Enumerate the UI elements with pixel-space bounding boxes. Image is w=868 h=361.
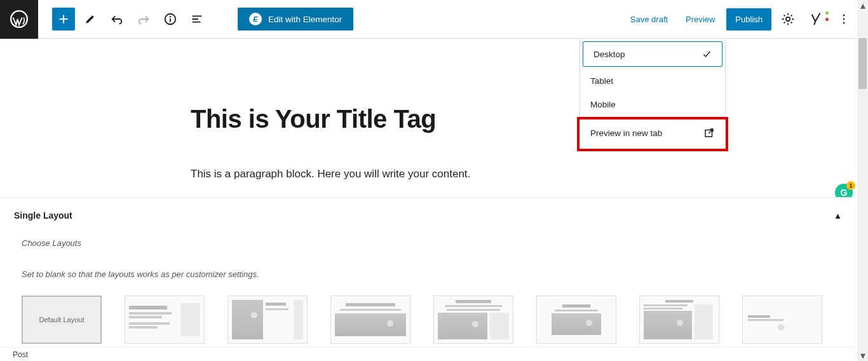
pencil-icon: [84, 13, 97, 25]
svg-point-6: [843, 18, 845, 20]
svg-point-2: [170, 16, 171, 17]
elementor-label: Edit with Elementor: [268, 15, 342, 24]
svg-point-5: [843, 15, 845, 17]
editor-canvas[interactable]: This is Your Title Tag This is a paragra…: [0, 39, 868, 180]
vertical-scrollbar[interactable]: ▴ ▾: [857, 0, 868, 361]
preview-option-mobile[interactable]: Mobile: [580, 93, 725, 116]
preview-button[interactable]: Preview: [679, 10, 721, 29]
info-button[interactable]: [159, 8, 182, 31]
scroll-thumb[interactable]: [858, 38, 867, 89]
info-icon: [163, 12, 177, 26]
undo-button[interactable]: [105, 8, 128, 31]
preview-dropdown: Desktop Tablet Mobile Preview in new tab: [580, 38, 726, 149]
tools-button[interactable]: [79, 8, 102, 31]
layout-option[interactable]: [125, 296, 205, 344]
publish-button[interactable]: Publish: [726, 8, 771, 31]
scroll-down-icon[interactable]: ▾: [857, 350, 868, 361]
kebab-icon: [837, 13, 850, 25]
svg-rect-3: [170, 18, 171, 22]
preview-option-label: Tablet: [590, 76, 613, 86]
preview-option-tablet[interactable]: Tablet: [580, 69, 725, 93]
metabox-title: Single Layout: [14, 210, 72, 221]
external-link-icon: [703, 127, 715, 139]
svg-point-7: [843, 22, 845, 24]
gear-icon: [781, 12, 795, 26]
preview-new-tab[interactable]: Preview in new tab: [580, 117, 725, 149]
collapse-icon[interactable]: ▴: [836, 210, 840, 221]
outline-button[interactable]: [186, 8, 208, 31]
editor-topbar: E Edit with Elementor Save draft Preview…: [0, 0, 868, 39]
preview-option-desktop[interactable]: Desktop: [583, 41, 722, 67]
layout-option-default[interactable]: Default Layout: [22, 296, 102, 344]
yoast-icon: [809, 12, 823, 26]
plus-icon: [57, 12, 71, 26]
save-draft-button[interactable]: Save draft: [624, 10, 674, 29]
undo-icon: [110, 12, 124, 26]
post-title[interactable]: This is Your Title Tag: [191, 105, 868, 133]
editor-footer: Post: [0, 347, 854, 361]
layout-description: Set to blank so that the layouts works a…: [14, 269, 840, 296]
list-icon: [190, 12, 204, 26]
redo-button[interactable]: [132, 8, 155, 31]
layout-option[interactable]: [742, 296, 822, 344]
choose-layouts-label: Choose Layouts: [14, 238, 840, 269]
svg-point-4: [786, 17, 790, 21]
more-options-button[interactable]: [832, 8, 855, 31]
paragraph-block[interactable]: This is a paragraph block. Here you will…: [191, 168, 868, 180]
toolbar-left: E Edit with Elementor: [38, 8, 353, 31]
breadcrumb[interactable]: Post: [13, 350, 28, 359]
wordpress-icon: [10, 10, 28, 28]
layout-option[interactable]: [536, 296, 616, 344]
scroll-up-icon[interactable]: ▴: [857, 0, 868, 11]
layout-option[interactable]: [227, 296, 308, 344]
edit-with-elementor-button[interactable]: E Edit with Elementor: [238, 8, 353, 31]
yoast-button[interactable]: [804, 8, 827, 31]
elementor-icon: E: [249, 13, 262, 25]
layout-options: Default Layout: [14, 296, 840, 344]
single-layout-metabox: Single Layout ▴ Choose Layouts Set to bl…: [0, 197, 854, 344]
preview-option-label: Desktop: [593, 50, 625, 59]
preview-new-tab-label: Preview in new tab: [590, 128, 662, 138]
settings-button[interactable]: [776, 8, 799, 31]
toolbar-right: Save draft Preview Publish: [624, 8, 868, 31]
wp-logo[interactable]: [0, 0, 38, 39]
layout-option[interactable]: [433, 296, 513, 344]
redo-icon: [137, 12, 151, 26]
layout-option[interactable]: [330, 296, 410, 344]
layout-option[interactable]: [639, 296, 719, 344]
preview-option-label: Mobile: [590, 100, 616, 109]
check-icon: [702, 49, 712, 59]
add-block-button[interactable]: [52, 8, 75, 31]
